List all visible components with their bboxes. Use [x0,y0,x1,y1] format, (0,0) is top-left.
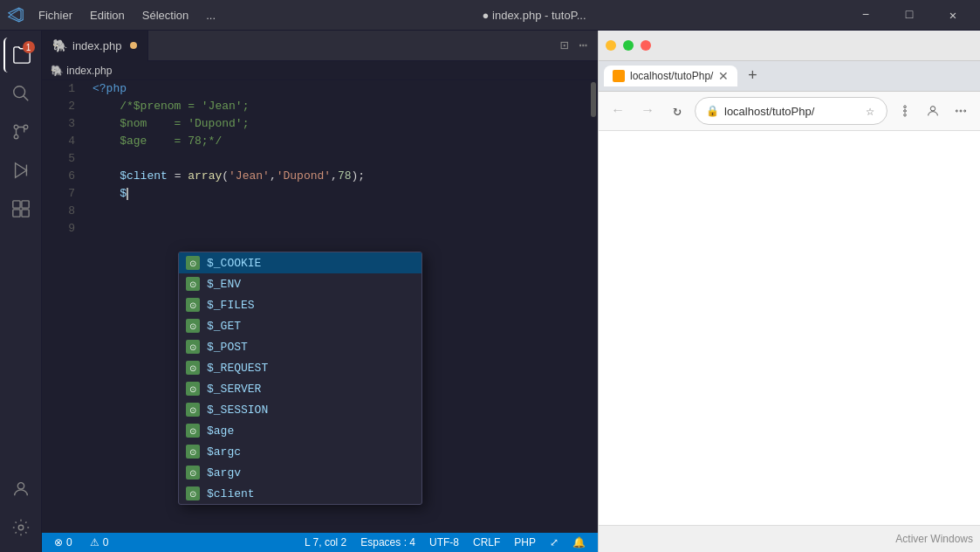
browser-tab-close-button[interactable]: ✕ [718,69,729,83]
menu-more[interactable]: ... [199,7,223,24]
autocomplete-item-server[interactable]: ⊙ $_SERVER [179,378,421,399]
svg-point-4 [14,135,18,139]
autocomplete-label-argc: $argc [207,445,241,459]
line-num-8: 8 [42,203,86,220]
code-line-3: $nom = 'Dupond'; [93,115,582,133]
autocomplete-label-request: $_REQUEST [207,362,268,375]
line-num-5: 5 [42,150,86,168]
activity-bar-bottom [3,472,38,545]
autocomplete-icon-post: ⊙ [186,340,200,354]
status-errors[interactable]: ⊗ 0 [51,536,76,549]
activity-icon-search[interactable] [3,76,38,111]
autocomplete-item-env[interactable]: ⊙ $_ENV [179,273,421,294]
activity-icon-files[interactable]: 1 [3,38,38,72]
more-actions-button[interactable]: ⋯ [575,33,591,58]
autocomplete-label-post: $_POST [207,341,248,354]
php-file-icon: 🐘 [52,38,67,52]
activity-icon-extensions[interactable] [3,191,38,226]
autocomplete-item-session[interactable]: ⊙ $_SESSION [179,399,421,420]
status-cursor-position[interactable]: L 7, col 2 [301,536,350,549]
browser-maximize-button[interactable] [623,40,634,51]
svg-point-13 [904,110,907,113]
refresh-button[interactable]: ↻ [665,99,689,123]
autocomplete-item-argc[interactable]: ⊙ $argc [179,441,421,462]
menu-button[interactable] [949,99,973,123]
status-line-endings[interactable]: CRLF [469,536,504,549]
menu-selection[interactable]: Sélection [135,7,195,24]
status-remote[interactable]: ⤢ [546,536,562,549]
status-language[interactable]: PHP [511,536,539,549]
autocomplete-icon-get: ⊙ [186,319,200,333]
browser-close-button[interactable] [641,40,651,51]
code-editor[interactable]: 1 2 3 4 5 6 7 8 9 <?php /*$prenom = 'Jea… [42,80,598,533]
minimize-button[interactable]: − [846,2,886,28]
line-num-6: 6 [42,168,86,185]
activity-icon-settings[interactable] [3,510,38,545]
tab-filename: index.php [72,39,121,52]
svg-line-1 [23,96,28,101]
code-line-1: <?php [93,80,582,98]
address-bar[interactable]: 🔒 localhost/tutoPhp/ ☆ [695,97,887,125]
autocomplete-item-files[interactable]: ⊙ $_FILES [179,294,421,315]
extensions-button[interactable] [893,99,917,123]
code-content[interactable]: <?php /*$prenom = 'Jean'; $nom = 'Dupond… [86,80,589,533]
autocomplete-item-client[interactable]: ⊙ $client [179,483,421,504]
lock-icon: 🔒 [706,105,719,118]
autocomplete-item-get[interactable]: ⊙ $_GET [179,315,421,336]
scrollbar-thumb[interactable] [591,82,596,117]
browser-nav-right [893,99,973,123]
maximize-button[interactable]: □ [889,2,929,28]
status-indentation[interactable]: Espaces : 4 [357,536,419,549]
menu-bar: Fichier Edition Sélection ... [31,7,223,24]
editor-area: 🐘 index.php ⊡ ⋯ 🐘 index.php 1 2 3 4 [42,31,598,552]
line-num-4: 4 [42,133,86,150]
tab-index-php[interactable]: 🐘 index.php [42,31,148,61]
autocomplete-icon-age: ⊙ [186,424,200,438]
tab-bar: 🐘 index.php ⊡ ⋯ [42,31,598,61]
autocomplete-label-argv: $argv [207,466,241,480]
activity-icon-account[interactable] [3,472,38,507]
svg-point-11 [17,483,24,489]
activity-icon-source-control[interactable] [3,114,38,149]
activity-bar: 1 [0,31,42,552]
svg-marker-5 [15,163,26,178]
autocomplete-label-server: $_SERVER [207,383,261,396]
browser-nav: ← → ↻ 🔒 localhost/tutoPhp/ ☆ [599,92,980,131]
autocomplete-label-session: $_SESSION [207,404,268,417]
menu-edition[interactable]: Edition [83,7,132,24]
autocomplete-item-post[interactable]: ⊙ $_POST [179,336,421,357]
bookmark-button[interactable]: ☆ [864,100,876,121]
code-line-2: /*$prenom = 'Jean'; [93,98,582,115]
svg-rect-9 [12,210,19,217]
autocomplete-icon-argv: ⊙ [186,466,200,480]
autocomplete-dropdown[interactable]: ⊙ $_COOKIE ⊙ $_ENV ⊙ $_FILES ⊙ $_GET [178,252,422,505]
browser-minimize-button[interactable] [606,40,616,51]
autocomplete-item-cookie[interactable]: ⊙ $_COOKIE [179,252,421,273]
line-numbers: 1 2 3 4 5 6 7 8 9 [42,80,86,533]
title-bar-left: Fichier Edition Sélection ... [7,6,223,24]
browser-panel: localhost/tutoPhp/ ✕ + ← → ↻ 🔒 localhost… [598,31,980,552]
scrollbar[interactable] [589,80,598,533]
activity-icon-run[interactable] [3,153,38,188]
close-button[interactable]: ✕ [933,2,973,28]
menu-fichier[interactable]: Fichier [31,7,79,24]
code-line-8 [93,203,582,220]
back-button[interactable]: ← [606,99,630,123]
code-line-9 [93,220,582,238]
browser-tab-localhost[interactable]: localhost/tutoPhp/ ✕ [604,66,737,86]
autocomplete-item-age[interactable]: ⊙ $age [179,420,421,441]
forward-button[interactable]: → [635,99,660,123]
new-tab-button[interactable]: + [741,65,764,87]
tab-modified-indicator [130,42,137,49]
split-editor-button[interactable]: ⊡ [557,33,572,58]
status-notifications[interactable]: 🔔 [569,536,589,549]
autocomplete-label-get: $_GET [207,320,241,333]
title-center: ● index.php - tutoP... [223,9,846,22]
profile-button[interactable] [921,99,945,123]
status-encoding[interactable]: UTF-8 [426,536,463,549]
status-warnings[interactable]: ⚠ 0 [86,536,113,549]
autocomplete-item-request[interactable]: ⊙ $_REQUEST [179,357,421,378]
autocomplete-label-env: $_ENV [207,278,241,291]
autocomplete-icon-cookie: ⊙ [186,256,200,270]
autocomplete-item-argv[interactable]: ⊙ $argv [179,462,421,483]
